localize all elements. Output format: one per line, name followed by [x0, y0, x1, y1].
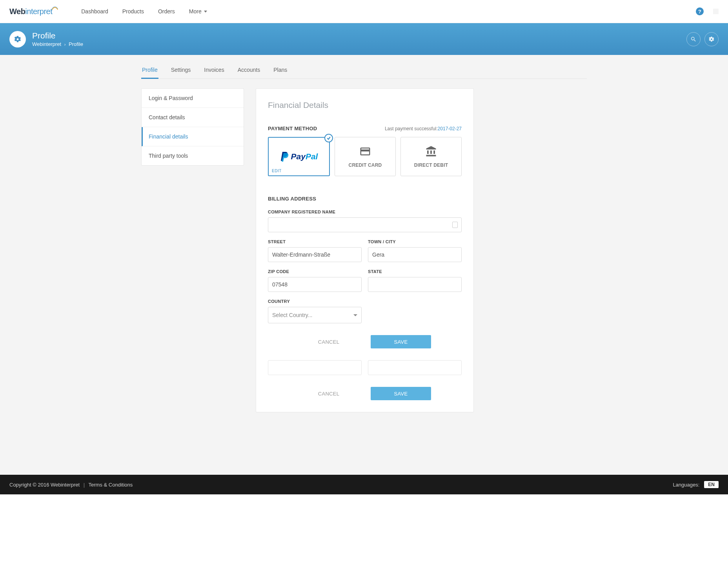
topnav-right: ?: [696, 7, 719, 15]
country-label: COUNTRY: [268, 299, 362, 304]
footer-left: Copyright © 2016 Webinterpret | Terms & …: [9, 482, 133, 488]
paypal-pay: Pay: [291, 152, 306, 161]
tab-invoices[interactable]: Invoices: [203, 67, 225, 78]
header-settings-button[interactable]: [704, 32, 719, 46]
company-input[interactable]: [268, 217, 462, 232]
card-title: Financial Details: [268, 100, 462, 110]
paypal-edit-link[interactable]: EDIT: [272, 169, 282, 173]
street-label: STREET: [268, 239, 362, 244]
sidenav-contact-details[interactable]: Contact details: [142, 108, 244, 127]
top-nav: Webinterpret Dashboard Products Orders M…: [0, 0, 728, 23]
svg-rect-0: [713, 9, 719, 14]
page-header-left: Profile Webinterpret › Profile: [9, 31, 83, 47]
bank-icon: [425, 146, 437, 159]
nav-dashboard[interactable]: Dashboard: [74, 0, 115, 23]
button-row-1: CANCEL SAVE: [268, 335, 462, 348]
state-input[interactable]: [368, 277, 462, 292]
save-button-2[interactable]: SAVE: [371, 387, 431, 400]
street-input[interactable]: [268, 247, 362, 262]
ghost-input-2[interactable]: [368, 360, 462, 375]
last-payment-date: 2017-02-27: [438, 126, 462, 131]
tab-settings[interactable]: Settings: [170, 67, 192, 78]
chevron-right-icon: ›: [64, 42, 66, 47]
footer-right: Languages: EN: [673, 481, 719, 488]
footer-copyright: Copyright © 2016 Webinterpret: [9, 482, 80, 488]
direct-debit-label: DIRECT DEBIT: [414, 162, 448, 168]
country-select[interactable]: Select Country...: [268, 307, 362, 323]
tabs: Profile Settings Invoices Accounts Plans: [141, 55, 587, 79]
footer-terms-link[interactable]: Terms & Conditions: [89, 482, 133, 488]
country-placeholder: Select Country...: [272, 312, 312, 318]
paypal-logo: PayPal: [280, 151, 318, 162]
payment-direct-debit[interactable]: DIRECT DEBIT: [400, 137, 462, 176]
topnav-items: Dashboard Products Orders More: [74, 0, 214, 23]
logo[interactable]: Webinterpret: [9, 5, 58, 17]
check-icon: [324, 134, 333, 142]
autofill-icon: [452, 222, 458, 228]
sidenav-login-password[interactable]: Login & Password: [142, 89, 244, 108]
language-chip[interactable]: EN: [704, 481, 719, 488]
footer-sep: |: [84, 482, 85, 488]
header-gear-circle: [9, 31, 26, 47]
nav-orders[interactable]: Orders: [151, 0, 182, 23]
financial-details-card: Financial Details PAYMENT METHOD Last pa…: [256, 88, 474, 412]
languages-label: Languages:: [673, 482, 699, 488]
header-actions: [686, 32, 719, 46]
state-label: STATE: [368, 269, 462, 274]
columns: Login & Password Contact details Financi…: [141, 88, 587, 412]
tab-profile[interactable]: Profile: [141, 67, 158, 78]
zip-input[interactable]: [268, 277, 362, 292]
crumb-root[interactable]: Webinterpret: [32, 41, 61, 47]
payment-credit-card[interactable]: CREDIT CARD: [335, 137, 396, 176]
paypal-p-icon: [280, 151, 289, 162]
company-label: COMPANY REGISTERED NAME: [268, 210, 462, 214]
gear-icon: [14, 35, 22, 43]
nav-products[interactable]: Products: [115, 0, 151, 23]
logo-interpret: interpret: [25, 7, 52, 16]
ghost-input-1[interactable]: [268, 360, 362, 375]
chevron-down-icon: [353, 314, 357, 316]
nav-more[interactable]: More: [182, 0, 214, 23]
zip-label: ZIP CODE: [268, 269, 362, 274]
paypal-pal: Pal: [306, 152, 318, 161]
company-input-wrap: [268, 217, 462, 232]
credit-card-icon: [359, 146, 371, 159]
crumb-leaf: Profile: [69, 41, 83, 47]
save-button-1[interactable]: SAVE: [371, 335, 431, 348]
header-search-button[interactable]: [686, 32, 701, 46]
ghost-row: [268, 360, 462, 375]
help-icon[interactable]: ?: [696, 7, 704, 15]
logo-web: Web: [9, 7, 25, 16]
last-payment-label: Last payment successful:: [385, 126, 438, 131]
credit-card-label: CREDIT CARD: [349, 162, 382, 168]
cancel-button-1[interactable]: CANCEL: [298, 335, 359, 348]
page-body: Profile Settings Invoices Accounts Plans…: [0, 55, 728, 475]
payment-method-row: PayPal EDIT CREDIT CARD DIRECT DEBIT: [268, 137, 462, 176]
town-label: TOWN / CITY: [368, 239, 462, 244]
payment-method-label: PAYMENT METHOD: [268, 126, 317, 131]
logo-swirl-icon: [51, 5, 58, 10]
payment-method-header: PAYMENT METHOD Last payment successful:2…: [268, 126, 462, 131]
payment-paypal[interactable]: PayPal EDIT: [268, 137, 330, 176]
cancel-button-2[interactable]: CANCEL: [298, 387, 359, 400]
button-row-2: CANCEL SAVE: [268, 387, 462, 400]
search-icon: [690, 36, 697, 42]
gear-icon: [708, 36, 715, 42]
footer: Copyright © 2016 Webinterpret | Terms & …: [0, 475, 728, 494]
breadcrumb: Webinterpret › Profile: [32, 41, 83, 47]
tab-plans[interactable]: Plans: [273, 67, 288, 78]
header-titles: Profile Webinterpret › Profile: [32, 31, 83, 47]
sidenav-third-party-tools[interactable]: Third party tools: [142, 146, 244, 165]
tab-accounts[interactable]: Accounts: [237, 67, 261, 78]
town-input[interactable]: [368, 247, 462, 262]
last-payment: Last payment successful:2017-02-27: [385, 126, 462, 131]
side-nav: Login & Password Contact details Financi…: [141, 88, 244, 166]
sidenav-financial-details[interactable]: Financial details: [142, 127, 244, 146]
caret-down-icon: [204, 11, 207, 13]
billing-address-label: BILLING ADDRESS: [268, 196, 462, 202]
page-title: Profile: [32, 31, 83, 40]
profile-chip-icon[interactable]: [713, 9, 719, 14]
nav-more-label: More: [189, 8, 202, 15]
page-header: Profile Webinterpret › Profile: [0, 23, 728, 55]
